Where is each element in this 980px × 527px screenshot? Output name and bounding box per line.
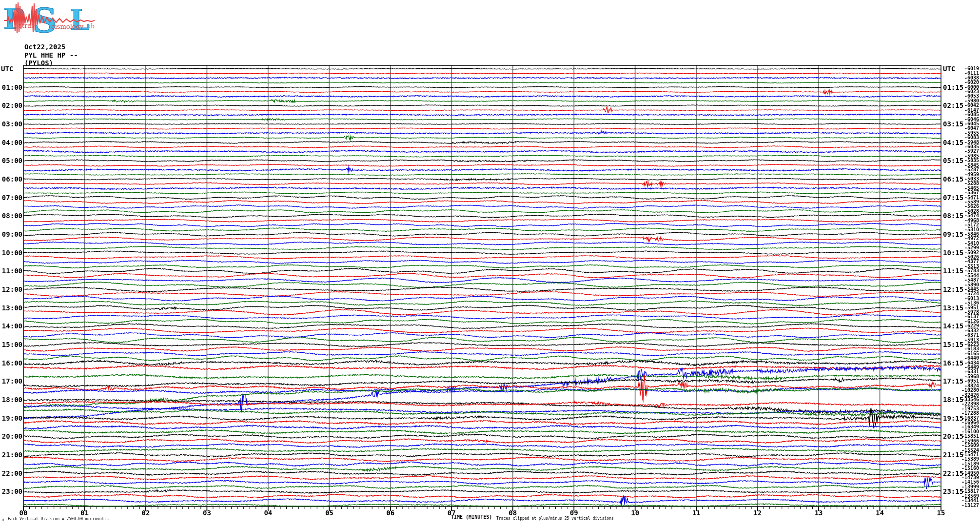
x-axis-label: 04 (260, 509, 276, 517)
x-axis-label: 06 (383, 509, 398, 517)
left-time-label: 16:00 (0, 359, 22, 367)
left-time-label: 21:00 (0, 451, 22, 459)
left-time-label: 17:00 (0, 377, 22, 385)
x-axis-label: 15 (933, 509, 949, 517)
left-time-label: 06:00 (0, 175, 22, 183)
division-note: Each Vertical Division = 2500.00 microvo… (8, 517, 109, 521)
left-time-label: 11:00 (0, 267, 22, 275)
utc-label-left: UTC (1, 65, 13, 73)
x-axis-label: 03 (199, 509, 215, 517)
left-time-label: 22:00 (0, 469, 22, 477)
logo-word-eismology: eismology (51, 23, 84, 30)
left-time-label: 08:00 (0, 212, 22, 220)
x-axis-label: 10 (627, 509, 643, 517)
left-time-label: 13:00 (0, 304, 22, 312)
left-time-label: 23:00 (0, 487, 22, 495)
header-date: Oct22,2025 (24, 43, 65, 51)
watermark-mark: m (2, 518, 4, 522)
amplitude-value: -13127 (950, 503, 979, 508)
x-axis-label: 12 (750, 509, 765, 517)
x-axis-label: 11 (688, 509, 704, 517)
clipping-note: Traces clipped at plus/minus 25 vertical… (496, 516, 614, 521)
left-time-label: 10:00 (0, 249, 22, 257)
helicorder-page: P S L atras eismology ab Oct22,2025 PYL … (0, 0, 980, 527)
x-axis-label: 08 (505, 509, 521, 517)
left-time-label: 03:00 (0, 120, 22, 128)
header-channel: PYL HHE HP -- (24, 51, 78, 59)
x-axis-title: TIME (MINUTES) (451, 514, 492, 520)
x-axis-label: 13 (811, 509, 826, 517)
left-time-label: 02:00 (0, 101, 22, 109)
x-axis-label: 01 (77, 509, 92, 517)
x-axis-label: 00 (16, 509, 31, 517)
left-time-label: 18:00 (0, 396, 22, 404)
x-axis-label: 14 (872, 509, 888, 517)
left-time-label: 07:00 (0, 194, 22, 202)
x-axis-label: 05 (321, 509, 337, 517)
left-time-label: 09:00 (0, 230, 22, 238)
left-time-label: 05:00 (0, 157, 22, 164)
x-axis-label: 09 (566, 509, 582, 517)
left-time-label: 15:00 (0, 341, 22, 348)
left-time-label: 14:00 (0, 322, 22, 330)
helicorder-canvas (0, 0, 980, 527)
left-time-label: 19:00 (0, 414, 22, 422)
left-time-label: 04:00 (0, 139, 22, 146)
x-axis-label: 02 (138, 509, 154, 517)
left-time-label: 20:00 (0, 432, 22, 440)
psl-logo: P S L atras eismology ab (3, 1, 98, 37)
left-time-label: 01:00 (0, 83, 22, 91)
left-time-label: 12:00 (0, 285, 22, 293)
header-station: (PYLOS) (24, 59, 53, 67)
logo-word-ab: ab (87, 23, 95, 30)
